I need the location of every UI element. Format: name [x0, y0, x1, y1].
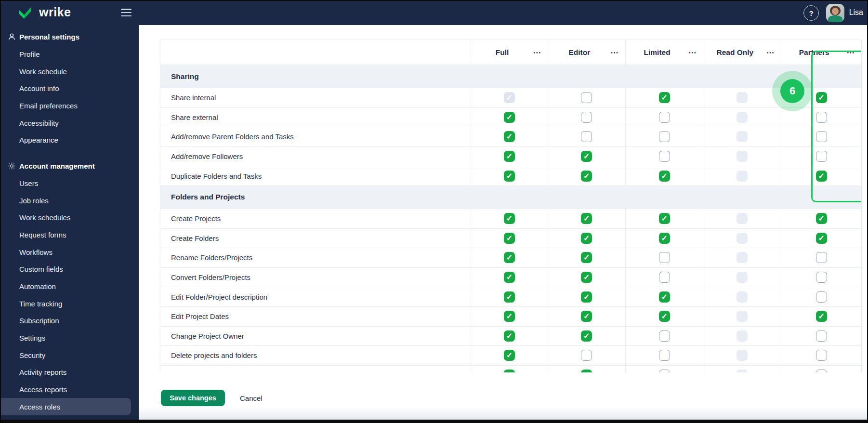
checkbox-limited[interactable] — [659, 330, 670, 342]
sidebar-item-users[interactable]: Users — [1, 175, 139, 192]
cancel-button[interactable]: Cancel — [234, 390, 268, 406]
sidebar-item-profile[interactable]: Profile — [1, 46, 139, 63]
sidebar-item-custom-fields[interactable]: Custom fields — [1, 261, 139, 278]
column-menu-icon[interactable]: ••• — [611, 50, 619, 55]
checkbox-editor[interactable] — [581, 272, 592, 283]
sidebar-item-automation[interactable]: Automation — [1, 278, 139, 295]
column-header-read-only[interactable]: Read Only••• — [703, 40, 781, 65]
bottom-fade — [139, 407, 867, 420]
sidebar-section-personal-settings[interactable]: Personal settings — [1, 28, 139, 46]
checkbox-partners[interactable] — [816, 252, 827, 263]
checkbox-limited[interactable] — [659, 311, 670, 322]
hamburger-menu-icon[interactable] — [121, 9, 132, 17]
checkbox-editor[interactable] — [581, 131, 592, 142]
sidebar-section-account-management[interactable]: Account management — [1, 158, 139, 175]
help-icon[interactable]: ? — [803, 5, 819, 21]
checkbox-partners[interactable] — [816, 233, 827, 244]
checkbox-editor[interactable] — [581, 252, 592, 263]
sidebar-item-request-forms[interactable]: Request forms — [1, 226, 139, 244]
checkbox-read-only — [736, 92, 748, 103]
checkbox-limited[interactable] — [659, 291, 670, 303]
checkbox-editor[interactable] — [581, 311, 592, 322]
column-menu-icon[interactable]: ••• — [533, 50, 541, 55]
checkbox-editor[interactable] — [581, 92, 592, 103]
sidebar-item-work-schedule[interactable]: Work schedule — [1, 63, 139, 80]
checkbox-read-only — [736, 131, 748, 142]
checkbox-full[interactable] — [504, 213, 515, 224]
sidebar-item-appearance[interactable]: Appearance — [1, 132, 139, 149]
sidebar-item-email-preferences[interactable]: Email preferences — [1, 97, 139, 115]
avatar-face — [832, 8, 839, 15]
checkbox-limited[interactable] — [659, 272, 670, 283]
checkbox-read-only — [736, 311, 748, 322]
checkbox-limited[interactable] — [659, 350, 670, 361]
checkbox-editor[interactable] — [581, 233, 592, 244]
checkbox-editor[interactable] — [581, 171, 592, 182]
sidebar-item-accessibility[interactable]: Accessibility — [1, 114, 139, 132]
sidebar-item-access-reports[interactable]: Access reports — [1, 381, 139, 398]
column-menu-icon[interactable]: ••• — [767, 50, 775, 55]
checkbox-full[interactable] — [504, 330, 515, 342]
checkbox-limited[interactable] — [659, 171, 670, 182]
sidebar-item-security[interactable]: Security — [1, 346, 139, 364]
sidebar-item-access-roles[interactable]: Access roles — [1, 398, 131, 415]
column-header-partners[interactable]: Partners••• — [781, 40, 861, 65]
permission-row: Duplicate Folders and Tasks — [160, 166, 861, 186]
wrike-logo[interactable]: wrike — [18, 5, 71, 19]
avatar-shirt — [828, 15, 842, 22]
checkbox-editor[interactable] — [581, 350, 592, 361]
permission-row: Share external — [160, 108, 861, 128]
checkbox-partners[interactable] — [816, 131, 827, 142]
checkbox-editor[interactable] — [581, 151, 592, 162]
checkbox-editor[interactable] — [581, 213, 592, 224]
checkbox-editor[interactable] — [581, 112, 592, 123]
checkbox-partners[interactable] — [816, 92, 827, 103]
column-menu-icon[interactable]: ••• — [847, 50, 855, 55]
checkbox-full[interactable] — [504, 272, 515, 283]
checkbox-limited[interactable] — [659, 151, 670, 162]
column-menu-icon[interactable]: ••• — [689, 50, 697, 55]
column-header-editor[interactable]: Editor••• — [548, 40, 625, 65]
checkbox-partners[interactable] — [816, 171, 827, 182]
checkbox-limited[interactable] — [659, 233, 670, 244]
checkbox-full[interactable] — [504, 131, 515, 142]
checkbox-editor[interactable] — [581, 291, 592, 303]
checkbox-full[interactable] — [504, 252, 515, 263]
checkbox-partners[interactable] — [816, 112, 827, 123]
sidebar-item-time-tracking[interactable]: Time tracking — [1, 295, 139, 312]
checkbox-editor[interactable] — [581, 330, 592, 342]
checkbox-limited[interactable] — [659, 112, 670, 123]
checkbox-partners[interactable] — [816, 350, 827, 361]
checkbox-partners[interactable] — [816, 291, 827, 303]
checkbox-limited[interactable] — [659, 213, 670, 224]
permission-label: Change Project Owner — [160, 327, 471, 346]
sidebar-item-account-info[interactable]: Account info — [1, 80, 139, 97]
checkbox-limited[interactable] — [659, 252, 670, 263]
column-header-full[interactable]: Full••• — [471, 40, 548, 65]
checkbox-partners[interactable] — [816, 213, 827, 224]
checkbox-full[interactable] — [504, 311, 515, 322]
checkbox-partners[interactable] — [816, 330, 827, 342]
checkbox-full[interactable] — [504, 233, 515, 244]
sidebar-item-activity-reports[interactable]: Activity reports — [1, 364, 139, 381]
checkbox-full[interactable] — [504, 171, 515, 182]
permission-label: Delete projects and folders — [160, 346, 471, 365]
column-header-limited[interactable]: Limited••• — [625, 40, 703, 65]
save-changes-button[interactable]: Save changes — [161, 390, 225, 406]
checkbox-limited[interactable] — [659, 131, 670, 142]
sidebar-item-subscription[interactable]: Subscription — [1, 312, 139, 330]
checkbox-partners[interactable] — [816, 151, 827, 162]
sidebar-item-job-roles[interactable]: Job roles — [1, 192, 139, 209]
checkbox-limited[interactable] — [659, 92, 670, 103]
sidebar-item-settings[interactable]: Settings — [1, 330, 139, 347]
avatar[interactable] — [826, 4, 844, 22]
checkbox-full[interactable] — [504, 291, 515, 303]
checkbox-full[interactable] — [504, 151, 515, 162]
sidebar-item-work-schedules[interactable]: Work schedules — [1, 209, 139, 226]
checkbox-partners[interactable] — [816, 311, 827, 322]
sidebar-item-user-types[interactable]: User types — [1, 415, 139, 420]
checkbox-full[interactable] — [504, 112, 515, 123]
checkbox-full[interactable] — [504, 350, 515, 361]
checkbox-partners[interactable] — [816, 272, 827, 283]
sidebar-item-workflows[interactable]: Workflows — [1, 243, 139, 261]
